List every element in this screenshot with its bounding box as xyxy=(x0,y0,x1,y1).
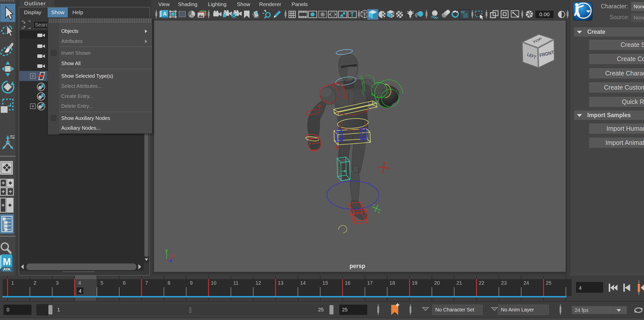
svg-text:T: T xyxy=(350,11,354,18)
svg-text:17: 17 xyxy=(367,280,373,286)
svg-text:24: 24 xyxy=(524,280,529,286)
svg-text:18: 18 xyxy=(389,280,395,286)
svg-text:1: 1 xyxy=(11,280,14,286)
svg-text:AYA: AYA xyxy=(3,267,11,271)
svg-text:x: x xyxy=(172,253,175,258)
svg-text:3: 3 xyxy=(56,280,59,286)
svg-text:10: 10 xyxy=(211,280,216,286)
svg-text:4: 4 xyxy=(79,288,81,294)
svg-text:25: 25 xyxy=(546,280,551,286)
svg-text:19: 19 xyxy=(412,280,417,286)
svg-text:23: 23 xyxy=(501,280,507,286)
svg-text:21: 21 xyxy=(456,280,462,286)
svg-text:2: 2 xyxy=(34,280,36,286)
svg-text:z: z xyxy=(170,258,172,263)
svg-text:6: 6 xyxy=(123,280,126,286)
svg-text:12: 12 xyxy=(255,280,261,286)
svg-text:22: 22 xyxy=(479,280,484,286)
svg-text:A: A xyxy=(163,11,167,16)
svg-text:7: 7 xyxy=(145,280,148,286)
svg-text:8: 8 xyxy=(168,280,170,286)
svg-text:4: 4 xyxy=(78,280,81,286)
svg-text:15: 15 xyxy=(322,280,328,286)
svg-text:16: 16 xyxy=(345,280,350,286)
svg-text:20: 20 xyxy=(434,280,440,286)
svg-text:11: 11 xyxy=(233,280,239,286)
svg-text:4: 4 xyxy=(579,285,582,291)
svg-text:9: 9 xyxy=(190,280,193,286)
svg-text:0.00: 0.00 xyxy=(539,11,550,17)
svg-text:M: M xyxy=(3,256,11,267)
svg-text:5: 5 xyxy=(101,280,103,286)
svg-text:14: 14 xyxy=(300,280,306,286)
svg-text:13: 13 xyxy=(278,280,283,286)
svg-text:y: y xyxy=(165,248,168,253)
svg-text:persp: persp xyxy=(350,263,365,269)
